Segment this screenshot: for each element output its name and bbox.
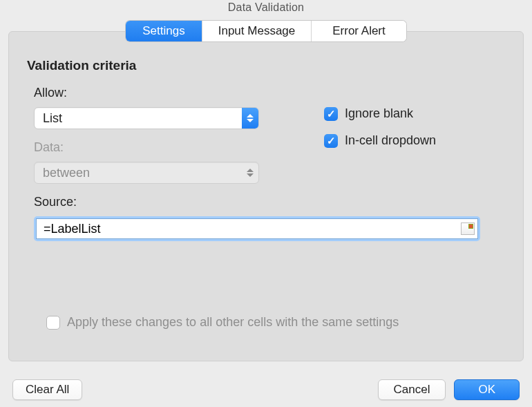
data-label: Data:	[34, 140, 276, 155]
clear-all-button[interactable]: Clear All	[12, 379, 82, 400]
apply-all-checkbox: Apply these changes to all other cells w…	[46, 315, 399, 330]
in-cell-dropdown-label: In-cell dropdown	[345, 133, 436, 148]
tab-error-alert[interactable]: Error Alert	[311, 21, 406, 41]
ignore-blank-checkbox[interactable]: ✓ Ignore blank	[324, 106, 436, 121]
tab-bar: Settings Input Message Error Alert	[126, 21, 406, 41]
section-title: Validation criteria	[27, 58, 505, 73]
chevron-updown-icon	[242, 108, 258, 129]
data-select: between	[34, 162, 259, 184]
data-value: between	[43, 166, 242, 180]
window-title: Data Validation	[0, 0, 532, 21]
in-cell-dropdown-checkbox[interactable]: ✓ In-cell dropdown	[324, 133, 436, 148]
settings-panel: Validation criteria Allow: List Data: be…	[8, 31, 524, 361]
chevron-updown-icon	[242, 162, 258, 183]
ignore-blank-label: Ignore blank	[345, 106, 413, 121]
ok-button[interactable]: OK	[454, 379, 520, 400]
checkmark-icon: ✓	[324, 134, 338, 148]
source-label: Source:	[34, 195, 276, 209]
checkbox-empty-icon	[46, 316, 60, 330]
dialog-footer: Clear All Cancel OK	[0, 379, 532, 400]
cancel-button[interactable]: Cancel	[378, 379, 446, 400]
checkmark-icon: ✓	[324, 107, 338, 121]
allow-value: List	[43, 111, 242, 126]
allow-label: Allow:	[34, 86, 276, 100]
tab-settings[interactable]: Settings	[126, 21, 202, 41]
tab-input-message[interactable]: Input Message	[202, 21, 311, 41]
range-picker-icon[interactable]	[461, 223, 475, 235]
apply-all-label: Apply these changes to all other cells w…	[67, 315, 399, 330]
allow-select[interactable]: List	[34, 107, 259, 129]
